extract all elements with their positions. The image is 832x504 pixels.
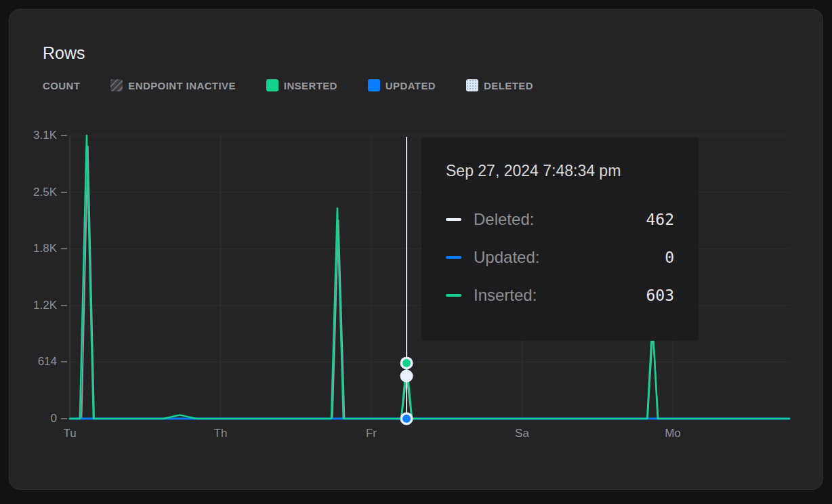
x-axis-label: Tu bbox=[63, 427, 76, 440]
inserted-swatch-icon bbox=[266, 79, 278, 91]
tooltip-row-value: 603 bbox=[646, 287, 674, 304]
endpoint-inactive-swatch-icon bbox=[110, 79, 123, 91]
x-axis-label: Fr bbox=[366, 427, 377, 440]
legend-item-label: INSERTED bbox=[284, 80, 337, 91]
tooltip-row-value: 462 bbox=[646, 211, 674, 228]
legend-item-inserted[interactable]: INSERTED bbox=[266, 79, 337, 91]
tooltip-timestamp: Sep 27, 2024 7:48:34 pm bbox=[446, 161, 674, 181]
legend-item-label: ENDPOINT INACTIVE bbox=[128, 80, 235, 91]
deleted-swatch-icon bbox=[466, 79, 478, 91]
chart-tooltip: Sep 27, 2024 7:48:34 pm Deleted: 462 Upd… bbox=[421, 138, 699, 341]
legend-item-updated[interactable]: UPDATED bbox=[368, 79, 436, 91]
x-axis-label: Sa bbox=[515, 427, 529, 440]
updated-swatch-icon bbox=[368, 79, 380, 91]
tooltip-row-deleted: Deleted: 462 bbox=[446, 211, 674, 228]
y-axis-label: 1.2K bbox=[11, 299, 57, 312]
screen: Rows COUNT ENDPOINT INACTIVE INSERTED UP… bbox=[0, 0, 832, 504]
y-axis-label: 1.8K bbox=[11, 242, 57, 255]
legend-count-label: COUNT bbox=[43, 80, 80, 91]
updated-dash-icon bbox=[446, 256, 461, 259]
legend-item-endpoint-inactive[interactable]: ENDPOINT INACTIVE bbox=[110, 79, 235, 91]
tooltip-rows: Deleted: 462 Updated: 0 Inserted: 603 bbox=[446, 211, 674, 304]
chart-legend: COUNT ENDPOINT INACTIVE INSERTED UPDATED… bbox=[43, 79, 533, 91]
legend-item-deleted[interactable]: DELETED bbox=[466, 79, 533, 91]
tooltip-row-updated: Updated: 0 bbox=[446, 249, 674, 266]
deleted-dash-icon bbox=[446, 218, 461, 221]
x-axis-label: Th bbox=[214, 427, 228, 440]
y-axis-label: 614 bbox=[11, 355, 57, 369]
tooltip-row-label: Deleted: bbox=[474, 210, 534, 229]
x-axis-label: Mo bbox=[665, 427, 681, 440]
y-axis-label: 2.5K bbox=[11, 186, 57, 199]
tooltip-row-value: 0 bbox=[665, 249, 674, 266]
marker-dot-icon bbox=[402, 372, 411, 380]
tooltip-row-label: Updated: bbox=[474, 248, 539, 267]
y-axis-label: 0 bbox=[11, 412, 57, 425]
y-axis-label: 3.1K bbox=[11, 129, 57, 142]
tooltip-row-inserted: Inserted: 603 bbox=[446, 287, 674, 304]
marker-dot-icon bbox=[402, 415, 411, 423]
inserted-dash-icon bbox=[446, 294, 461, 297]
legend-item-label: DELETED bbox=[484, 80, 533, 91]
chart-title: Rows bbox=[43, 43, 85, 63]
marker-dot-icon bbox=[402, 359, 411, 367]
legend-item-label: UPDATED bbox=[386, 80, 436, 91]
tooltip-row-label: Inserted: bbox=[474, 286, 537, 305]
